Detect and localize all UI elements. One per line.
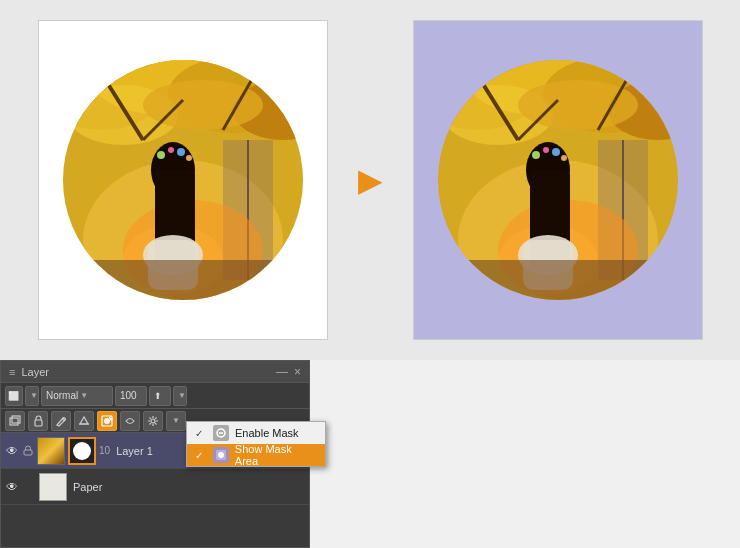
opacity-stepper[interactable]: ⬆ [149, 386, 171, 406]
left-artwork [63, 60, 303, 300]
visibility-toggle-paper[interactable]: 👁 [5, 480, 19, 494]
svg-point-19 [157, 151, 165, 159]
fill-icon-btn[interactable] [74, 411, 94, 431]
fx-btn[interactable] [120, 411, 140, 431]
lock-indicator-layer10 [22, 445, 34, 457]
lock-layer-btn[interactable] [28, 411, 48, 431]
settings-layer-btn[interactable] [143, 411, 163, 431]
svg-rect-56 [24, 450, 32, 455]
enable-mask-icon [213, 425, 229, 441]
svg-point-43 [532, 151, 540, 159]
toolbar-row-1: ⬜ ▼ Normal ▼ 100 ⬆ ▼ [1, 383, 309, 409]
right-circle-clip [438, 60, 678, 300]
layer-mask-thumb[interactable] [68, 437, 96, 465]
svg-point-21 [177, 148, 185, 156]
arrow-icon: ▶ [358, 161, 383, 199]
enable-mask-label: Enable Mask [235, 427, 299, 439]
dropdown-arrow-2[interactable]: ▼ [173, 386, 187, 406]
svg-point-54 [110, 417, 113, 420]
window-controls: — × [276, 365, 301, 379]
svg-point-53 [104, 418, 110, 424]
layer-content-thumb [37, 437, 65, 465]
context-menu: ✓ Enable Mask ✓ Show Mask Area [186, 421, 326, 467]
show-mask-label: Show Mask Area [235, 443, 317, 467]
paper-thumb [39, 473, 67, 501]
svg-point-44 [543, 147, 549, 153]
right-canvas [413, 20, 703, 340]
svg-rect-23 [63, 260, 303, 300]
svg-point-45 [552, 148, 560, 156]
layer-panel: ≡ Layer — × ⬜ ▼ Normal ▼ 100 ⬆ ▼ [0, 360, 310, 548]
close-button[interactable]: × [294, 365, 301, 379]
blend-mode-label: Normal [46, 390, 78, 401]
check-enable-mask: ✓ [195, 428, 207, 439]
svg-point-55 [151, 419, 155, 423]
svg-rect-50 [35, 420, 42, 426]
svg-rect-47 [438, 260, 678, 300]
new-layer-btn[interactable] [5, 411, 25, 431]
top-area: ▶ [0, 0, 740, 360]
panel-title: Layer [21, 366, 49, 378]
mask-circle [73, 442, 91, 460]
left-canvas [38, 20, 328, 340]
svg-point-59 [218, 452, 224, 458]
brush-icon-btn[interactable] [51, 411, 71, 431]
layer-name: Layer 1 [116, 445, 153, 457]
panel-title-bar: ≡ Layer — × [1, 361, 309, 383]
svg-rect-48 [10, 418, 18, 425]
show-mask-icon [213, 447, 229, 463]
left-circle-clip [63, 60, 303, 300]
opacity-input[interactable]: 100 [115, 386, 147, 406]
check-show-mask: ✓ [195, 450, 207, 461]
dropdown-layer-btn[interactable]: ▼ [166, 411, 186, 431]
minimize-button[interactable]: — [276, 365, 288, 379]
blend-mode-dropdown[interactable]: Normal ▼ [41, 386, 113, 406]
svg-point-20 [168, 147, 174, 153]
svg-rect-49 [12, 416, 20, 423]
svg-point-22 [186, 155, 192, 161]
context-menu-show-mask-area[interactable]: ✓ Show Mask Area [187, 444, 325, 466]
layer-move-btn[interactable]: ⬜ [5, 386, 23, 406]
visibility-toggle-layer10[interactable]: 👁 [5, 444, 19, 458]
mask-active-btn[interactable] [97, 411, 117, 431]
layer-name-paper: Paper [73, 481, 102, 493]
opacity-value: 100 [120, 390, 137, 401]
svg-point-46 [561, 155, 567, 161]
dropdown-arrow-1[interactable]: ▼ [25, 386, 39, 406]
context-menu-enable-mask[interactable]: ✓ Enable Mask [187, 422, 325, 444]
table-row[interactable]: 👁 Paper [1, 469, 309, 505]
layer-number: 10 [99, 445, 110, 456]
right-artwork [438, 60, 678, 300]
